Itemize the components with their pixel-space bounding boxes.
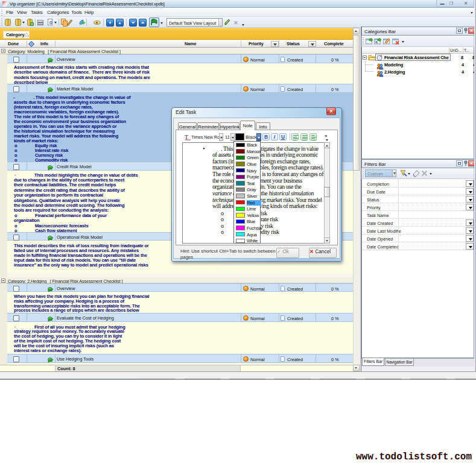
svg-text:T: T <box>185 134 188 140</box>
